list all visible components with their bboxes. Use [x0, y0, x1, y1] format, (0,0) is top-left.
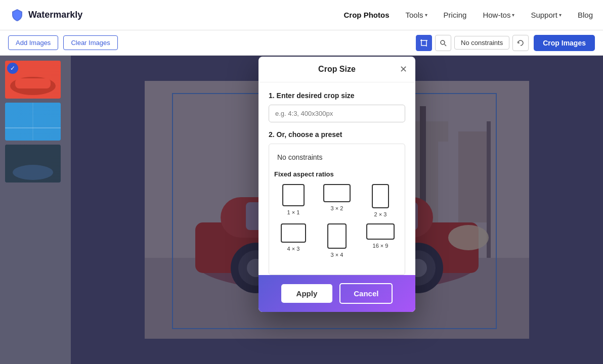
thumbnail-item-3[interactable] — [5, 145, 61, 183]
rotate-icon — [517, 39, 524, 47]
svg-rect-9 — [15, 78, 51, 88]
ratio-grid: 1 × 1 3 × 2 2 × 3 4 × — [274, 184, 400, 258]
ratio-box-4x3 — [281, 223, 306, 243]
ratio-2x3[interactable]: 2 × 3 — [361, 184, 400, 217]
ratio-box-3x4 — [327, 223, 347, 249]
ratio-label-3x4: 3 × 4 — [331, 252, 343, 258]
modal-header: Crop Size ✕ — [259, 57, 415, 82]
crop-icon — [420, 39, 427, 47]
main-area: ✓ — [0, 56, 603, 364]
apply-button[interactable]: Apply — [281, 284, 333, 303]
thumbnail-image-3 — [5, 145, 61, 183]
logo-text: Watermarkly — [28, 10, 82, 20]
constraints-button[interactable]: No constraints — [454, 36, 509, 50]
nav-crop-photos[interactable]: Crop Photos — [344, 11, 390, 19]
ratio-3x4[interactable]: 3 × 4 — [318, 223, 356, 258]
ratio-3x2[interactable]: 3 × 2 — [318, 184, 356, 217]
thumbnail-item-1[interactable]: ✓ — [5, 61, 61, 99]
ratio-label-3x2: 3 × 2 — [331, 205, 343, 211]
search-icon — [440, 39, 447, 47]
ratio-label-1x1: 1 × 1 — [287, 209, 300, 215]
rotate-button[interactable] — [512, 35, 529, 51]
ratio-box-16x9 — [366, 223, 395, 240]
crop-images-button[interactable]: Crop Images — [534, 35, 595, 51]
modal-body: 1. Enter desired crop size 2. Or, choose… — [259, 82, 415, 275]
nav-blog[interactable]: Blog — [578, 11, 593, 19]
thumbnail-sidebar: ✓ — [0, 56, 71, 364]
header: Watermarkly Crop Photos Tools ▾ Pricing … — [0, 0, 603, 30]
nav-tools[interactable]: Tools ▾ — [406, 11, 427, 19]
step2-label: 2. Or, choose a preset — [269, 130, 405, 139]
ratio-box-2x3 — [372, 184, 389, 208]
ratio-1x1[interactable]: 1 × 1 — [274, 184, 313, 217]
ratio-16x9[interactable]: 16 × 9 — [361, 223, 400, 258]
search-button[interactable] — [435, 35, 451, 51]
modal-close-button[interactable]: ✕ — [400, 65, 407, 74]
ratio-box-1x1 — [282, 184, 305, 206]
crop-size-modal: Crop Size ✕ 1. Enter desired crop size 2… — [259, 57, 415, 312]
thumbnail-item-2[interactable] — [5, 103, 61, 141]
no-constraints-option[interactable]: No constraints — [274, 149, 400, 165]
modal-title: Crop Size — [318, 65, 356, 74]
fixed-aspect-label: Fixed aspect ratios — [274, 170, 400, 178]
svg-rect-0 — [421, 40, 426, 46]
toolbar: Add Images Clear Images No constraints — [0, 30, 603, 56]
thumbnail-image-2 — [5, 103, 61, 141]
nav-pricing[interactable]: Pricing — [444, 11, 467, 19]
svg-point-14 — [13, 165, 53, 180]
clear-images-button[interactable]: Clear Images — [63, 35, 117, 50]
add-images-button[interactable]: Add Images — [8, 35, 58, 50]
cancel-button[interactable]: Cancel — [339, 283, 393, 304]
ratio-4x3[interactable]: 4 × 3 — [274, 223, 313, 258]
step1-label: 1. Enter desired crop size — [269, 92, 405, 100]
crop-tool-button[interactable] — [416, 35, 432, 51]
logo-area: Watermarkly — [10, 8, 82, 22]
nav-how-tos[interactable]: How-tos ▾ — [483, 11, 514, 19]
preset-list[interactable]: No constraints Fixed aspect ratios 1 × 1… — [269, 144, 405, 275]
how-tos-chevron-icon: ▾ — [512, 12, 514, 18]
ratio-label-4x3: 4 × 3 — [287, 246, 300, 252]
ratio-label-2x3: 2 × 3 — [374, 211, 387, 217]
tools-chevron-icon: ▾ — [425, 12, 427, 18]
toolbar-tools: No constraints — [416, 35, 529, 51]
main-nav: Crop Photos Tools ▾ Pricing How-tos ▾ Su… — [344, 11, 593, 19]
ratio-box-3x2 — [323, 184, 351, 202]
svg-point-5 — [441, 40, 445, 44]
modal-footer: Apply Cancel — [259, 275, 415, 312]
thumbnail-check-1: ✓ — [7, 63, 18, 74]
nav-support[interactable]: Support ▾ — [531, 11, 562, 19]
svg-line-6 — [445, 44, 447, 46]
crop-size-input[interactable] — [269, 105, 405, 122]
logo-icon — [10, 8, 24, 22]
ratio-label-16x9: 16 × 9 — [373, 243, 389, 249]
canvas-area: 8GN8-658 Crop Size ✕ 1. Enter desired cr… — [71, 56, 603, 364]
support-chevron-icon: ▾ — [559, 12, 562, 18]
